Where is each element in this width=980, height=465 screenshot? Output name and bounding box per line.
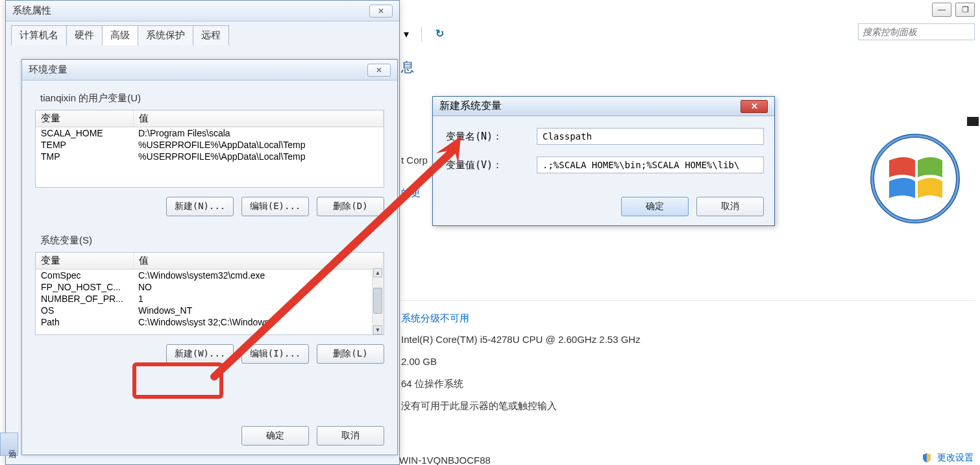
variable-name-input[interactable] xyxy=(537,128,764,145)
table-row: FP_NO_HOST_C...NO xyxy=(36,281,384,293)
variable-value-label: 变量值(V)： xyxy=(446,159,537,171)
user-new-button[interactable]: 新建(N)... xyxy=(166,197,234,216)
windows-logo-icon xyxy=(870,133,961,224)
table-row: TEMP%USERPROFILE%\AppData\Local\Temp xyxy=(36,139,384,151)
system-new-button[interactable]: 新建(W)... xyxy=(166,344,234,364)
table-row: PathC:\Windows\syst 32;C:\Windows; xyxy=(36,316,384,328)
sysprops-titlebar[interactable]: 系统属性 ✕ xyxy=(6,1,399,21)
table-row: TMP%USERPROFILE%\AppData\Local\Temp xyxy=(36,151,384,162)
shield-icon xyxy=(922,453,932,463)
variable-name-label: 变量名(N)： xyxy=(446,131,537,143)
cancel-button[interactable]: 取消 xyxy=(696,197,764,216)
taskbar-fragment: 云泊 xyxy=(0,433,18,456)
sysprops-tabs: 计算机名 硬件 高级 系统保护 远程 xyxy=(6,21,399,45)
search-input[interactable] xyxy=(858,23,975,40)
col-value[interactable]: 值 xyxy=(133,110,384,127)
ram-value: 2.00 GB xyxy=(401,356,437,367)
environment-variables-dialog: 环境变量 ✕ tianqixin 的用户变量(U) 变量值 SCALA_HOME… xyxy=(21,59,398,455)
user-edit-button[interactable]: 编辑(E)... xyxy=(241,197,309,216)
scroll-up-icon[interactable]: ▲ xyxy=(373,268,382,277)
system-edit-button[interactable]: 编辑(I)... xyxy=(241,344,309,364)
update-link-fragment[interactable]: 的更 xyxy=(401,187,421,199)
col-variable[interactable]: 变量 xyxy=(36,110,133,127)
system-vars-label: 系统变量(S) xyxy=(40,234,397,247)
variable-value-input[interactable] xyxy=(537,157,764,173)
newvar-titlebar[interactable]: 新建系统变量 ✕ xyxy=(433,97,774,116)
tab-hardware[interactable]: 硬件 xyxy=(66,25,103,45)
col-variable[interactable]: 变量 xyxy=(36,253,133,270)
computer-name-value: WIN-1VQNBJOCF88 xyxy=(399,455,491,465)
tab-system-protection[interactable]: 系统保护 xyxy=(138,25,193,45)
scroll-down-icon[interactable]: ▼ xyxy=(373,325,382,334)
maximize-button[interactable]: ❐ xyxy=(955,3,975,17)
tab-advanced[interactable]: 高级 xyxy=(102,25,138,45)
rating-link[interactable]: 系统分级不可用 xyxy=(401,312,469,325)
toolbar-dropdown-icon[interactable]: ▾ xyxy=(399,25,413,44)
os-type-value: 64 位操作系统 xyxy=(401,378,463,390)
table-row: NUMBER_OF_PR...1 xyxy=(36,293,384,305)
system-vars-list[interactable]: 变量值 ComSpecC:\Windows\system32\cmd.exe F… xyxy=(35,252,384,335)
user-delete-button[interactable]: 删除(D) xyxy=(317,197,384,216)
envvars-title: 环境变量 xyxy=(29,64,67,76)
svg-point-1 xyxy=(872,136,958,221)
cancel-button[interactable]: 取消 xyxy=(317,426,384,446)
table-row: SCALA_HOMED:\Program Files\scala xyxy=(36,127,384,140)
page-heading-fragment: 息 xyxy=(401,58,414,76)
ok-button[interactable]: 确定 xyxy=(241,426,309,446)
cpu-value: Intel(R) Core(TM) i5-4278U CPU @ 2.60GHz… xyxy=(401,334,641,345)
close-icon[interactable]: ✕ xyxy=(369,5,393,18)
system-properties-dialog: 系统属性 ✕ 计算机名 硬件 高级 系统保护 远程 环境变量 ✕ tianqix… xyxy=(5,0,400,465)
newvar-title: 新建系统变量 xyxy=(439,99,502,113)
manufacturer-fragment: t Corp xyxy=(401,155,428,166)
sysprops-title: 系统属性 xyxy=(12,5,51,17)
close-icon[interactable]: ✕ xyxy=(367,64,391,77)
tab-computer-name[interactable]: 计算机名 xyxy=(11,25,67,45)
refresh-icon[interactable]: ↻ xyxy=(435,27,444,40)
scrollbar[interactable]: ▲ ▼ xyxy=(372,268,384,334)
table-row: ComSpecC:\Windows\system32\cmd.exe xyxy=(36,270,384,282)
system-delete-button[interactable]: 删除(L) xyxy=(317,344,384,364)
scroll-thumb[interactable] xyxy=(373,288,382,314)
unknown-dark-strip xyxy=(967,117,979,126)
table-row: OSWindows_NT xyxy=(36,305,384,316)
tab-remote[interactable]: 远程 xyxy=(193,25,229,45)
change-settings-link[interactable]: 更改设置 xyxy=(922,452,974,464)
col-value[interactable]: 值 xyxy=(133,253,384,270)
minimize-button[interactable]: — xyxy=(932,3,951,17)
close-icon[interactable]: ✕ xyxy=(741,100,768,113)
user-vars-list[interactable]: 变量值 SCALA_HOMED:\Program Files\scala TEM… xyxy=(35,110,384,188)
ok-button[interactable]: 确定 xyxy=(621,197,689,216)
pen-touch-value: 没有可用于此显示器的笔或触控输入 xyxy=(401,400,557,412)
new-system-variable-dialog: 新建系统变量 ✕ 变量名(N)： 变量值(V)： 确定 取消 xyxy=(432,96,775,226)
user-vars-label: tianqixin 的用户变量(U) xyxy=(40,92,397,105)
envvars-titlebar[interactable]: 环境变量 ✕ xyxy=(22,60,397,81)
